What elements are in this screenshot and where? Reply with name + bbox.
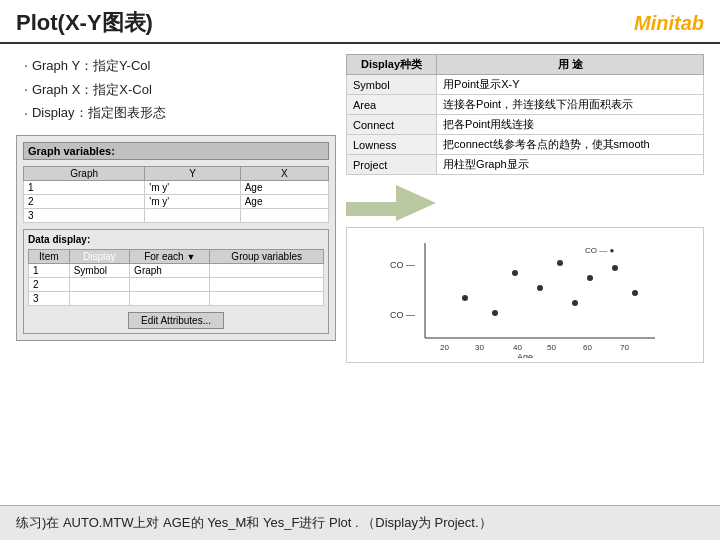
minitab-logo: Minitab bbox=[634, 12, 704, 35]
dd-group-2 bbox=[210, 278, 324, 292]
bullet-item-1: · Graph Y：指定Y-Col bbox=[24, 54, 336, 78]
graph-variables-table: Graph Y X 1 'm y' Age 2 'm y' Age bbox=[23, 166, 329, 223]
header: Plot(X-Y图表) Minitab bbox=[0, 0, 720, 44]
svg-text:CO — ●: CO — ● bbox=[585, 246, 614, 255]
row3-graph: 3 bbox=[24, 209, 145, 223]
svg-point-16 bbox=[572, 300, 578, 306]
right-panel: Display种类 用 途 Symbol 用Point显示X-Y Area 连接… bbox=[346, 54, 704, 363]
edit-attributes-button[interactable]: Edit Attributes... bbox=[128, 312, 224, 329]
bullet-text-1: Graph Y：指定Y-Col bbox=[32, 55, 151, 77]
dialog-title-bar: Graph variables: bbox=[23, 142, 329, 160]
display-row-symbol: Symbol 用Point显示X-Y bbox=[347, 75, 704, 95]
col-x: X bbox=[240, 167, 328, 181]
dd-row-3: 3 bbox=[29, 292, 324, 306]
data-display-table: Item Display For each ▼ Group variables … bbox=[28, 249, 324, 306]
svg-text:40: 40 bbox=[513, 343, 522, 352]
col-graph: Graph bbox=[24, 167, 145, 181]
row2-graph: 2 bbox=[24, 195, 145, 209]
dd-foreach-3 bbox=[130, 292, 210, 306]
bullet-dot-2: · bbox=[24, 78, 28, 102]
for-each-dropdown-icon[interactable]: ▼ bbox=[186, 252, 195, 262]
dd-group-1 bbox=[210, 264, 324, 278]
table-row: 1 'm y' Age bbox=[24, 181, 329, 195]
svg-point-12 bbox=[492, 310, 498, 316]
chart-area: CO — CO — 20 30 40 50 60 70 Age bbox=[346, 227, 704, 363]
row2-x: Age bbox=[240, 195, 328, 209]
bullet-text-3: Display：指定图表形态 bbox=[32, 102, 166, 124]
dd-col-display[interactable]: Display bbox=[69, 250, 129, 264]
chart-svg: CO — CO — 20 30 40 50 60 70 Age bbox=[347, 228, 703, 358]
dd-item-3: 3 bbox=[29, 292, 70, 306]
svg-text:60: 60 bbox=[583, 343, 592, 352]
dd-col-group: Group variables bbox=[210, 250, 324, 264]
for-each-label: For each bbox=[144, 251, 183, 262]
display-row-area: Area 连接各Point，并连接线下沿用面积表示 bbox=[347, 95, 704, 115]
svg-text:50: 50 bbox=[547, 343, 556, 352]
row3-x bbox=[240, 209, 328, 223]
svg-point-13 bbox=[512, 270, 518, 276]
display-col-type: Display种类 bbox=[347, 55, 437, 75]
display-row-project: Project 用柱型Graph显示 bbox=[347, 155, 704, 175]
dd-col-item: Item bbox=[29, 250, 70, 264]
dd-foreach-1: Graph bbox=[130, 264, 210, 278]
desc-project: 用柱型Graph显示 bbox=[437, 155, 704, 175]
type-lowness: Lowness bbox=[347, 135, 437, 155]
dd-col-foreach: For each ▼ bbox=[130, 250, 210, 264]
row2-y: 'm y' bbox=[145, 195, 240, 209]
dd-item-2: 2 bbox=[29, 278, 70, 292]
dialog-box: Graph variables: Graph Y X 1 'm y' Age bbox=[16, 135, 336, 341]
row1-graph: 1 bbox=[24, 181, 145, 195]
arrow-right bbox=[396, 185, 436, 221]
arrow-body bbox=[346, 202, 396, 216]
dd-foreach-2 bbox=[130, 278, 210, 292]
bullet-dot-1: · bbox=[24, 54, 28, 78]
bullet-item-3: · Display：指定图表形态 bbox=[24, 102, 336, 126]
bullet-text-2: Graph X：指定X-Col bbox=[32, 79, 152, 101]
svg-text:CO —: CO — bbox=[390, 310, 415, 320]
svg-text:20: 20 bbox=[440, 343, 449, 352]
type-symbol: Symbol bbox=[347, 75, 437, 95]
desc-connect: 把各Point用线连接 bbox=[437, 115, 704, 135]
bullet-list: · Graph Y：指定Y-Col · Graph X：指定X-Col · Di… bbox=[16, 54, 336, 125]
svg-point-14 bbox=[537, 285, 543, 291]
main-content: · Graph Y：指定Y-Col · Graph X：指定X-Col · Di… bbox=[0, 44, 720, 373]
desc-symbol: 用Point显示X-Y bbox=[437, 75, 704, 95]
arrow-container bbox=[346, 185, 704, 221]
desc-area: 连接各Point，并连接线下沿用面积表示 bbox=[437, 95, 704, 115]
svg-point-11 bbox=[462, 295, 468, 301]
row1-y: 'm y' bbox=[145, 181, 240, 195]
dd-row-1: 1 Symbol Graph bbox=[29, 264, 324, 278]
col-y: Y bbox=[145, 167, 240, 181]
dd-display-2 bbox=[69, 278, 129, 292]
display-row-lowness: Lowness 把connect线参考各点的趋势，使其smooth bbox=[347, 135, 704, 155]
type-area: Area bbox=[347, 95, 437, 115]
svg-text:Age: Age bbox=[517, 352, 533, 358]
dd-display-1: Symbol bbox=[69, 264, 129, 278]
svg-point-19 bbox=[632, 290, 638, 296]
svg-point-18 bbox=[612, 265, 618, 271]
display-col-desc: 用 途 bbox=[437, 55, 704, 75]
dd-display-3 bbox=[69, 292, 129, 306]
svg-point-17 bbox=[587, 275, 593, 281]
row1-x: Age bbox=[240, 181, 328, 195]
data-display-title: Data display: bbox=[28, 234, 324, 245]
desc-lowness: 把connect线参考各点的趋势，使其smooth bbox=[437, 135, 704, 155]
table-row: 3 bbox=[24, 209, 329, 223]
type-connect: Connect bbox=[347, 115, 437, 135]
svg-point-15 bbox=[557, 260, 563, 266]
dd-row-2: 2 bbox=[29, 278, 324, 292]
page-title: Plot(X-Y图表) bbox=[16, 8, 153, 38]
dd-group-3 bbox=[210, 292, 324, 306]
display-row-connect: Connect 把各Point用线连接 bbox=[347, 115, 704, 135]
row3-y bbox=[145, 209, 240, 223]
svg-text:30: 30 bbox=[475, 343, 484, 352]
bottom-bar: 练习)在 AUTO.MTW上对 AGE的 Yes_M和 Yes_F进行 Plot… bbox=[0, 505, 720, 540]
bullet-item-2: · Graph X：指定X-Col bbox=[24, 78, 336, 102]
left-panel: · Graph Y：指定Y-Col · Graph X：指定X-Col · Di… bbox=[16, 54, 336, 363]
bottom-text: 练习)在 AUTO.MTW上对 AGE的 Yes_M和 Yes_F进行 Plot… bbox=[16, 515, 492, 530]
table-row: 2 'm y' Age bbox=[24, 195, 329, 209]
dd-item-1: 1 bbox=[29, 264, 70, 278]
data-display-section: Data display: Item Display For each ▼ Gr… bbox=[23, 229, 329, 334]
svg-text:70: 70 bbox=[620, 343, 629, 352]
display-types-table: Display种类 用 途 Symbol 用Point显示X-Y Area 连接… bbox=[346, 54, 704, 175]
